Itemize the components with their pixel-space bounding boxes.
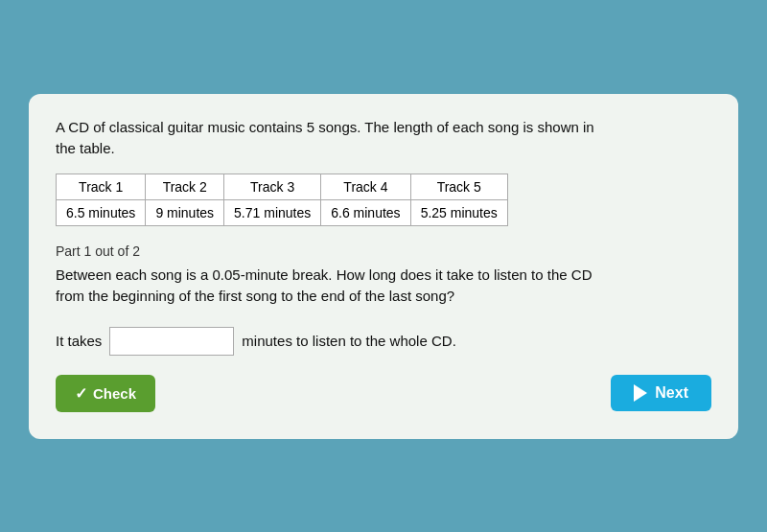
next-arrow-icon <box>634 384 647 402</box>
question-line1: Between each song is a 0.05-minute break… <box>56 266 592 283</box>
answer-prefix: It takes <box>56 333 102 349</box>
part-label: Part 1 out of 2 <box>56 243 711 259</box>
check-button-label: Check <box>93 385 136 402</box>
answer-input[interactable] <box>109 327 234 356</box>
track4-header: Track 4 <box>321 173 410 199</box>
check-button[interactable]: ✓ Check <box>56 375 155 412</box>
track3-value: 5.71 minutes <box>224 199 321 225</box>
track5-value: 5.25 minutes <box>410 199 507 225</box>
check-icon: ✓ <box>75 384 87 403</box>
problem-card: A CD of classical guitar music contains … <box>29 94 738 439</box>
next-button-label: Next <box>655 384 688 402</box>
song-table: Track 1 Track 2 Track 3 Track 4 Track 5 … <box>56 173 508 226</box>
track3-header: Track 3 <box>224 173 321 199</box>
track4-value: 6.6 minutes <box>321 199 410 225</box>
next-button[interactable]: Next <box>611 375 711 411</box>
track5-header: Track 5 <box>410 173 507 199</box>
track1-value: 6.5 minutes <box>57 199 146 225</box>
problem-line1: A CD of classical guitar music contains … <box>56 119 594 135</box>
question-line2: from the beginning of the first song to … <box>56 288 454 304</box>
track1-header: Track 1 <box>57 173 146 199</box>
problem-description: A CD of classical guitar music contains … <box>56 117 711 160</box>
buttons-row: ✓ Check Next <box>56 375 711 412</box>
answer-row: It takes minutes to listen to the whole … <box>56 327 711 356</box>
track2-header: Track 2 <box>146 173 224 199</box>
answer-suffix: minutes to listen to the whole CD. <box>242 333 455 349</box>
track2-value: 9 minutes <box>146 199 224 225</box>
problem-line2: the table. <box>56 140 115 156</box>
question-text: Between each song is a 0.05-minute break… <box>56 265 711 308</box>
